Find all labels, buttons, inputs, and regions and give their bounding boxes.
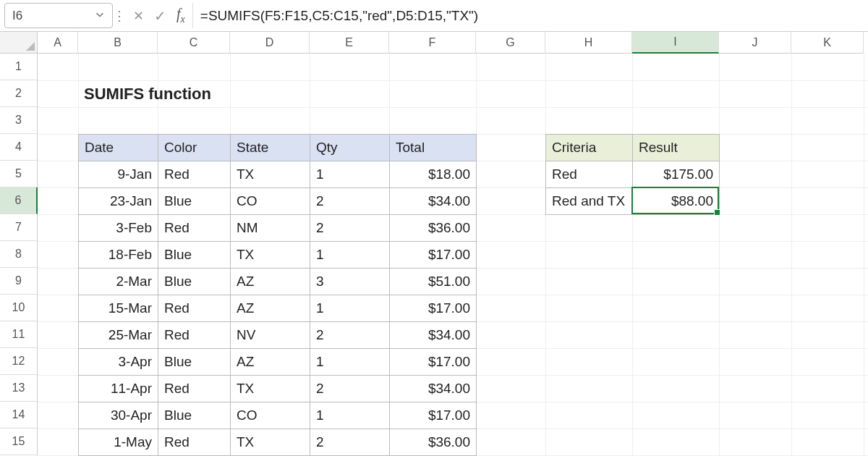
row-header-2[interactable]: 2 bbox=[0, 80, 37, 107]
cell[interactable]: $34.00 bbox=[390, 188, 477, 215]
cell[interactable]: NM bbox=[231, 215, 310, 242]
column-header-H[interactable]: H bbox=[545, 32, 632, 54]
cell[interactable]: 1 bbox=[310, 242, 390, 269]
row-header-9[interactable]: 9 bbox=[0, 268, 37, 295]
cell[interactable]: TX bbox=[231, 242, 310, 269]
table-row[interactable]: 23-JanBlueCO2$34.00 bbox=[79, 188, 477, 215]
cell[interactable]: Red bbox=[158, 295, 231, 322]
cell[interactable]: 23-Jan bbox=[79, 188, 158, 215]
table-header[interactable]: Date bbox=[79, 135, 158, 161]
table-row[interactable]: 3-AprBlueAZ1$17.00 bbox=[79, 349, 477, 376]
fx-icon[interactable]: fx bbox=[176, 6, 185, 25]
cell[interactable]: Blue bbox=[158, 188, 231, 215]
cell[interactable]: 30-Apr bbox=[79, 402, 158, 429]
cell[interactable]: $51.00 bbox=[390, 269, 477, 295]
cell[interactable]: CO bbox=[231, 188, 310, 215]
cell[interactable]: 1-May bbox=[79, 429, 158, 456]
cell[interactable]: TX bbox=[231, 376, 310, 402]
column-header-E[interactable]: E bbox=[310, 32, 389, 54]
cell[interactable]: TX bbox=[231, 161, 310, 188]
column-header-C[interactable]: C bbox=[158, 32, 230, 54]
cell[interactable]: $18.00 bbox=[390, 161, 477, 188]
cell[interactable]: 2-Mar bbox=[79, 269, 158, 295]
table-row[interactable]: 25-MarRedNV2$34.00 bbox=[79, 322, 477, 349]
table-header[interactable]: Color bbox=[158, 135, 231, 161]
cell[interactable]: 1 bbox=[310, 402, 390, 429]
cell[interactable]: AZ bbox=[231, 269, 310, 295]
column-header-F[interactable]: F bbox=[389, 32, 476, 54]
cell[interactable]: 2 bbox=[310, 188, 390, 215]
grid[interactable]: SUMIFS function DateColorStateQtyTotal9-… bbox=[38, 54, 868, 456]
cell[interactable]: $88.00 bbox=[633, 188, 720, 215]
cancel-icon[interactable]: ✕ bbox=[133, 8, 144, 24]
column-header-I[interactable]: I bbox=[632, 32, 719, 54]
row-header-6[interactable]: 6 bbox=[0, 187, 38, 214]
cell[interactable]: 15-Mar bbox=[79, 295, 158, 322]
cell[interactable]: AZ bbox=[231, 295, 310, 322]
cell[interactable]: 2 bbox=[310, 322, 390, 349]
name-box[interactable]: I6 bbox=[4, 3, 113, 28]
column-header-A[interactable]: A bbox=[38, 32, 78, 54]
cell[interactable]: $17.00 bbox=[390, 402, 477, 429]
column-header-B[interactable]: B bbox=[78, 32, 158, 54]
cell[interactable]: $34.00 bbox=[390, 322, 477, 349]
row-header-15[interactable]: 15 bbox=[0, 428, 37, 455]
criteria-row[interactable]: Red and TX$88.00 bbox=[546, 188, 720, 215]
table-header[interactable]: State bbox=[231, 135, 310, 161]
row-header-4[interactable]: 4 bbox=[0, 134, 37, 161]
table-row[interactable]: 1-MayRedTX2$36.00 bbox=[79, 429, 477, 456]
formula-input[interactable]: =SUMIFS(F5:F15,C5:C15,"red",D5:D15,"TX") bbox=[192, 3, 864, 28]
cell[interactable]: 3-Feb bbox=[79, 215, 158, 242]
cell[interactable]: 1 bbox=[310, 349, 390, 376]
row-header-10[interactable]: 10 bbox=[0, 295, 37, 321]
row-header-14[interactable]: 14 bbox=[0, 402, 37, 428]
select-all-corner[interactable] bbox=[0, 32, 38, 54]
criteria-header[interactable]: Criteria bbox=[546, 135, 633, 161]
cell[interactable]: 2 bbox=[310, 376, 390, 402]
cell[interactable]: Red bbox=[158, 215, 231, 242]
cell[interactable]: CO bbox=[231, 402, 310, 429]
row-header-3[interactable]: 3 bbox=[0, 107, 37, 134]
table-header[interactable]: Total bbox=[390, 135, 477, 161]
cell[interactable]: 25-Mar bbox=[79, 322, 158, 349]
cell[interactable]: NV bbox=[231, 322, 310, 349]
column-header-K[interactable]: K bbox=[791, 32, 864, 54]
cell[interactable]: Blue bbox=[158, 269, 231, 295]
cell[interactable]: Blue bbox=[158, 349, 231, 376]
cell[interactable]: $36.00 bbox=[390, 215, 477, 242]
table-row[interactable]: 15-MarRedAZ1$17.00 bbox=[79, 295, 477, 322]
cell[interactable]: $175.00 bbox=[633, 161, 720, 188]
row-header-12[interactable]: 12 bbox=[0, 348, 37, 375]
cell[interactable]: 9-Jan bbox=[79, 161, 158, 188]
confirm-icon[interactable]: ✓ bbox=[154, 7, 166, 25]
cell[interactable]: Red bbox=[158, 161, 231, 188]
table-header[interactable]: Qty bbox=[310, 135, 390, 161]
cell[interactable]: Red bbox=[158, 322, 231, 349]
row-header-5[interactable]: 5 bbox=[0, 161, 37, 187]
cell[interactable]: Blue bbox=[158, 242, 231, 269]
criteria-header[interactable]: Result bbox=[633, 135, 720, 161]
cell[interactable]: AZ bbox=[231, 349, 310, 376]
cell[interactable]: $34.00 bbox=[390, 376, 477, 402]
table-row[interactable]: 18-FebBlueTX1$17.00 bbox=[79, 242, 477, 269]
cell[interactable]: Red bbox=[546, 161, 633, 188]
cell[interactable]: $17.00 bbox=[390, 295, 477, 322]
cell[interactable]: TX bbox=[231, 429, 310, 456]
cell[interactable]: 2 bbox=[310, 215, 390, 242]
column-header-G[interactable]: G bbox=[476, 32, 545, 54]
cell[interactable]: Red bbox=[158, 429, 231, 456]
table-row[interactable]: 3-FebRedNM2$36.00 bbox=[79, 215, 477, 242]
table-row[interactable]: 9-JanRedTX1$18.00 bbox=[79, 161, 477, 188]
table-row[interactable]: 11-AprRedTX2$34.00 bbox=[79, 376, 477, 402]
cell[interactable]: $17.00 bbox=[390, 349, 477, 376]
cell[interactable]: 3-Apr bbox=[79, 349, 158, 376]
row-header-1[interactable]: 1 bbox=[0, 54, 37, 80]
cell[interactable]: $36.00 bbox=[390, 429, 477, 456]
cell[interactable]: 2 bbox=[310, 429, 390, 456]
row-header-8[interactable]: 8 bbox=[0, 241, 37, 268]
cell[interactable]: Blue bbox=[158, 402, 231, 429]
cell[interactable]: Red bbox=[158, 376, 231, 402]
table-row[interactable]: 30-AprBlueCO1$17.00 bbox=[79, 402, 477, 429]
cell[interactable]: 18-Feb bbox=[79, 242, 158, 269]
cell[interactable]: 11-Apr bbox=[79, 376, 158, 402]
